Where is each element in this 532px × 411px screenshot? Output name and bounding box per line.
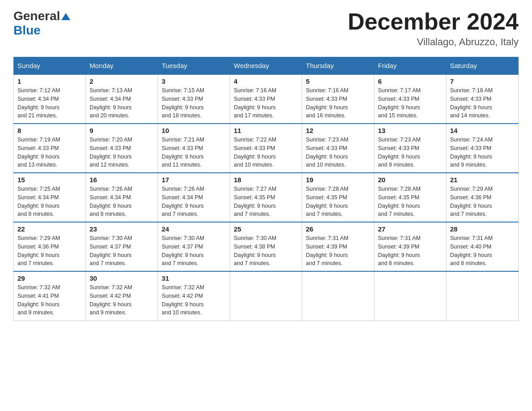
- day-number: 16: [90, 176, 154, 184]
- table-row: 5 Sunrise: 7:16 AM Sunset: 4:33 PM Dayli…: [302, 74, 374, 124]
- day-info: Sunrise: 7:26 AM Sunset: 4:34 PM Dayligh…: [162, 185, 226, 218]
- day-number: 10: [162, 127, 226, 134]
- day-number: 23: [90, 225, 154, 233]
- day-info: Sunrise: 7:16 AM Sunset: 4:33 PM Dayligh…: [234, 86, 298, 120]
- day-info: Sunrise: 7:22 AM Sunset: 4:33 PM Dayligh…: [234, 136, 298, 169]
- table-row: 25 Sunrise: 7:30 AM Sunset: 4:38 PM Dayl…: [230, 222, 302, 271]
- day-number: 17: [162, 176, 226, 184]
- table-row: 30 Sunrise: 7:32 AM Sunset: 4:42 PM Dayl…: [86, 271, 158, 321]
- day-number: 1: [17, 77, 82, 85]
- week-row-2: 8 Sunrise: 7:19 AM Sunset: 4:33 PM Dayli…: [14, 124, 519, 173]
- day-number: 9: [90, 127, 154, 134]
- day-number: 29: [17, 274, 82, 282]
- logo-general-text: General: [13, 9, 60, 23]
- table-row: 16 Sunrise: 7:26 AM Sunset: 4:34 PM Dayl…: [86, 173, 158, 222]
- logo-triangle-icon: [61, 12, 71, 21]
- day-number: 8: [17, 127, 82, 134]
- calendar-header-row: Sunday Monday Tuesday Wednesday Thursday…: [14, 57, 519, 75]
- day-info: Sunrise: 7:28 AM Sunset: 4:35 PM Dayligh…: [378, 185, 442, 218]
- table-row: 21 Sunrise: 7:29 AM Sunset: 4:36 PM Dayl…: [446, 173, 519, 222]
- page-header: General Blue December 2024 Villalago, Ab…: [13, 9, 519, 48]
- col-friday: Friday: [374, 57, 446, 75]
- table-row: 27 Sunrise: 7:31 AM Sunset: 4:39 PM Dayl…: [374, 222, 446, 271]
- day-number: 22: [17, 225, 82, 233]
- title-area: December 2024 Villalago, Abruzzo, Italy: [348, 9, 519, 48]
- logo-blue-text: Blue: [13, 23, 41, 37]
- day-info: Sunrise: 7:18 AM Sunset: 4:33 PM Dayligh…: [450, 86, 515, 120]
- table-row: 1 Sunrise: 7:12 AM Sunset: 4:34 PM Dayli…: [14, 74, 86, 124]
- table-row: 20 Sunrise: 7:28 AM Sunset: 4:35 PM Dayl…: [374, 173, 446, 222]
- table-row: 6 Sunrise: 7:17 AM Sunset: 4:33 PM Dayli…: [374, 74, 446, 124]
- week-row-1: 1 Sunrise: 7:12 AM Sunset: 4:34 PM Dayli…: [14, 74, 519, 124]
- day-info: Sunrise: 7:26 AM Sunset: 4:34 PM Dayligh…: [90, 185, 154, 218]
- day-info: Sunrise: 7:30 AM Sunset: 4:37 PM Dayligh…: [162, 234, 226, 268]
- day-info: Sunrise: 7:17 AM Sunset: 4:33 PM Dayligh…: [378, 86, 442, 120]
- col-wednesday: Wednesday: [230, 57, 302, 75]
- day-number: 6: [378, 77, 442, 85]
- day-number: 27: [378, 225, 442, 233]
- day-info: Sunrise: 7:16 AM Sunset: 4:33 PM Dayligh…: [306, 86, 370, 120]
- table-row: 26 Sunrise: 7:31 AM Sunset: 4:39 PM Dayl…: [302, 222, 374, 271]
- month-title: December 2024: [348, 9, 519, 34]
- day-number: 5: [306, 77, 370, 85]
- table-row: 2 Sunrise: 7:13 AM Sunset: 4:34 PM Dayli…: [86, 74, 158, 124]
- table-row: [230, 271, 302, 321]
- day-info: Sunrise: 7:30 AM Sunset: 4:38 PM Dayligh…: [234, 234, 298, 268]
- day-info: Sunrise: 7:31 AM Sunset: 4:39 PM Dayligh…: [306, 234, 370, 268]
- table-row: 4 Sunrise: 7:16 AM Sunset: 4:33 PM Dayli…: [230, 74, 302, 124]
- day-info: Sunrise: 7:28 AM Sunset: 4:35 PM Dayligh…: [306, 185, 370, 218]
- day-number: 19: [306, 176, 370, 184]
- day-info: Sunrise: 7:24 AM Sunset: 4:33 PM Dayligh…: [450, 136, 515, 169]
- day-number: 24: [162, 225, 226, 233]
- table-row: 23 Sunrise: 7:30 AM Sunset: 4:37 PM Dayl…: [86, 222, 158, 271]
- week-row-5: 29 Sunrise: 7:32 AM Sunset: 4:41 PM Dayl…: [14, 271, 519, 321]
- table-row: 29 Sunrise: 7:32 AM Sunset: 4:41 PM Dayl…: [14, 271, 86, 321]
- col-thursday: Thursday: [302, 57, 374, 75]
- location-subtitle: Villalago, Abruzzo, Italy: [348, 36, 519, 48]
- day-info: Sunrise: 7:19 AM Sunset: 4:33 PM Dayligh…: [17, 136, 82, 169]
- day-info: Sunrise: 7:23 AM Sunset: 4:33 PM Dayligh…: [306, 136, 370, 169]
- day-number: 3: [162, 77, 226, 85]
- table-row: 7 Sunrise: 7:18 AM Sunset: 4:33 PM Dayli…: [446, 74, 519, 124]
- table-row: 28 Sunrise: 7:31 AM Sunset: 4:40 PM Dayl…: [446, 222, 519, 271]
- table-row: 11 Sunrise: 7:22 AM Sunset: 4:33 PM Dayl…: [230, 124, 302, 173]
- day-number: 2: [90, 77, 154, 85]
- day-info: Sunrise: 7:29 AM Sunset: 4:36 PM Dayligh…: [450, 185, 515, 218]
- table-row: [302, 271, 374, 321]
- day-info: Sunrise: 7:31 AM Sunset: 4:39 PM Dayligh…: [378, 234, 442, 268]
- day-info: Sunrise: 7:30 AM Sunset: 4:37 PM Dayligh…: [90, 234, 154, 268]
- day-info: Sunrise: 7:21 AM Sunset: 4:33 PM Dayligh…: [162, 136, 226, 169]
- logo: General Blue: [13, 9, 71, 38]
- col-sunday: Sunday: [14, 57, 86, 75]
- table-row: 19 Sunrise: 7:28 AM Sunset: 4:35 PM Dayl…: [302, 173, 374, 222]
- col-monday: Monday: [86, 57, 158, 75]
- day-info: Sunrise: 7:32 AM Sunset: 4:41 PM Dayligh…: [17, 283, 82, 317]
- day-info: Sunrise: 7:12 AM Sunset: 4:34 PM Dayligh…: [17, 86, 82, 120]
- day-number: 31: [162, 274, 226, 282]
- table-row: [374, 271, 446, 321]
- day-info: Sunrise: 7:32 AM Sunset: 4:42 PM Dayligh…: [162, 283, 226, 317]
- day-info: Sunrise: 7:25 AM Sunset: 4:34 PM Dayligh…: [17, 185, 82, 218]
- day-number: 11: [234, 127, 298, 134]
- day-info: Sunrise: 7:15 AM Sunset: 4:33 PM Dayligh…: [162, 86, 226, 120]
- day-number: 14: [450, 127, 515, 134]
- day-info: Sunrise: 7:27 AM Sunset: 4:35 PM Dayligh…: [234, 185, 298, 218]
- day-number: 4: [234, 77, 298, 85]
- day-number: 20: [378, 176, 442, 184]
- table-row: 24 Sunrise: 7:30 AM Sunset: 4:37 PM Dayl…: [158, 222, 230, 271]
- table-row: 17 Sunrise: 7:26 AM Sunset: 4:34 PM Dayl…: [158, 173, 230, 222]
- week-row-4: 22 Sunrise: 7:29 AM Sunset: 4:36 PM Dayl…: [14, 222, 519, 271]
- table-row: 3 Sunrise: 7:15 AM Sunset: 4:33 PM Dayli…: [158, 74, 230, 124]
- table-row: 8 Sunrise: 7:19 AM Sunset: 4:33 PM Dayli…: [14, 124, 86, 173]
- day-number: 7: [450, 77, 515, 85]
- day-number: 15: [17, 176, 82, 184]
- day-info: Sunrise: 7:31 AM Sunset: 4:40 PM Dayligh…: [450, 234, 515, 268]
- week-row-3: 15 Sunrise: 7:25 AM Sunset: 4:34 PM Dayl…: [14, 173, 519, 222]
- day-number: 26: [306, 225, 370, 233]
- day-info: Sunrise: 7:29 AM Sunset: 4:36 PM Dayligh…: [17, 234, 82, 268]
- table-row: 14 Sunrise: 7:24 AM Sunset: 4:33 PM Dayl…: [446, 124, 519, 173]
- table-row: 22 Sunrise: 7:29 AM Sunset: 4:36 PM Dayl…: [14, 222, 86, 271]
- table-row: 15 Sunrise: 7:25 AM Sunset: 4:34 PM Dayl…: [14, 173, 86, 222]
- table-row: 18 Sunrise: 7:27 AM Sunset: 4:35 PM Dayl…: [230, 173, 302, 222]
- day-number: 25: [234, 225, 298, 233]
